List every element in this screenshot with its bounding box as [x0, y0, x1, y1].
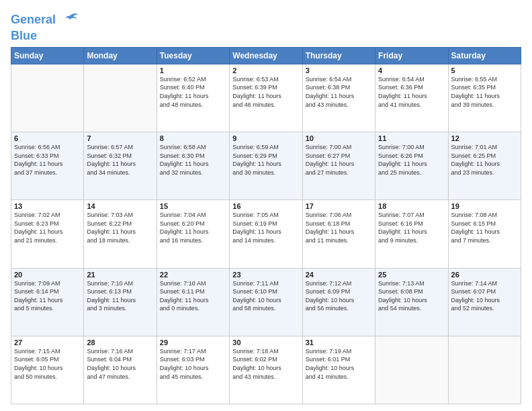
day-number: 7 [87, 134, 153, 142]
day-number: 20 [14, 271, 81, 279]
calendar-cell: 24Sunrise: 7:12 AM Sunset: 6:09 PM Dayli… [302, 268, 375, 336]
day-info: Sunrise: 7:09 AM Sunset: 6:14 PM Dayligh… [14, 279, 81, 313]
calendar-cell: 1Sunrise: 6:52 AM Sunset: 6:40 PM Daylig… [157, 64, 229, 132]
calendar-cell: 17Sunrise: 7:06 AM Sunset: 6:18 PM Dayli… [302, 200, 375, 268]
page: General Blue SundayMondayTuesdayWednesda… [0, 0, 532, 411]
day-info: Sunrise: 6:58 AM Sunset: 6:30 PM Dayligh… [160, 143, 226, 177]
day-info: Sunrise: 7:10 AM Sunset: 6:13 PM Dayligh… [87, 279, 153, 313]
calendar-cell: 31Sunrise: 7:19 AM Sunset: 6:01 PM Dayli… [302, 336, 375, 404]
day-info: Sunrise: 7:01 AM Sunset: 6:25 PM Dayligh… [451, 143, 518, 177]
calendar-cell: 3Sunrise: 6:54 AM Sunset: 6:38 PM Daylig… [302, 64, 375, 132]
calendar-cell: 5Sunrise: 6:55 AM Sunset: 6:35 PM Daylig… [448, 64, 521, 132]
day-number: 16 [232, 202, 299, 210]
day-info: Sunrise: 7:02 AM Sunset: 6:23 PM Dayligh… [14, 211, 81, 244]
weekday-header-tuesday: Tuesday [157, 47, 229, 64]
day-info: Sunrise: 6:54 AM Sunset: 6:38 PM Dayligh… [306, 75, 372, 109]
day-number: 26 [451, 271, 518, 279]
day-number: 21 [87, 271, 153, 279]
calendar-cell [375, 336, 448, 404]
day-number: 8 [160, 134, 226, 142]
day-number: 6 [14, 134, 81, 142]
calendar-cell: 6Sunrise: 6:56 AM Sunset: 6:33 PM Daylig… [11, 132, 84, 200]
logo: General Blue [11, 11, 79, 43]
day-number: 12 [451, 134, 518, 142]
day-info: Sunrise: 7:08 AM Sunset: 6:15 PM Dayligh… [451, 211, 518, 244]
day-number: 14 [87, 202, 153, 210]
calendar-cell: 30Sunrise: 7:18 AM Sunset: 6:02 PM Dayli… [230, 336, 302, 404]
day-info: Sunrise: 6:56 AM Sunset: 6:33 PM Dayligh… [14, 143, 81, 177]
logo-blue: Blue [11, 30, 79, 43]
week-row-3: 13Sunrise: 7:02 AM Sunset: 6:23 PM Dayli… [11, 200, 521, 268]
calendar-cell: 20Sunrise: 7:09 AM Sunset: 6:14 PM Dayli… [11, 268, 84, 336]
calendar-cell: 12Sunrise: 7:01 AM Sunset: 6:25 PM Dayli… [448, 132, 521, 200]
day-info: Sunrise: 7:07 AM Sunset: 6:16 PM Dayligh… [378, 211, 445, 244]
day-number: 1 [160, 66, 226, 75]
calendar-cell: 21Sunrise: 7:10 AM Sunset: 6:13 PM Dayli… [84, 268, 157, 336]
day-info: Sunrise: 7:19 AM Sunset: 6:01 PM Dayligh… [306, 347, 372, 381]
day-number: 3 [306, 66, 372, 75]
calendar-cell: 13Sunrise: 7:02 AM Sunset: 6:23 PM Dayli… [11, 200, 84, 268]
weekday-row: SundayMondayTuesdayWednesdayThursdayFrid… [11, 47, 521, 64]
calendar-cell [11, 64, 84, 132]
calendar-cell: 2Sunrise: 6:53 AM Sunset: 6:39 PM Daylig… [230, 64, 302, 132]
calendar-cell: 8Sunrise: 6:58 AM Sunset: 6:30 PM Daylig… [157, 132, 229, 200]
day-number: 22 [160, 271, 226, 279]
day-info: Sunrise: 7:14 AM Sunset: 6:07 PM Dayligh… [451, 279, 518, 313]
calendar-cell [448, 336, 521, 404]
calendar-cell: 4Sunrise: 6:54 AM Sunset: 6:36 PM Daylig… [375, 64, 448, 132]
day-info: Sunrise: 7:12 AM Sunset: 6:09 PM Dayligh… [306, 279, 372, 313]
calendar-cell: 22Sunrise: 7:10 AM Sunset: 6:11 PM Dayli… [157, 268, 229, 336]
day-info: Sunrise: 7:00 AM Sunset: 6:26 PM Dayligh… [378, 143, 445, 177]
day-info: Sunrise: 6:59 AM Sunset: 6:29 PM Dayligh… [232, 143, 299, 177]
day-number: 2 [232, 66, 299, 75]
day-number: 31 [306, 338, 372, 347]
calendar-cell: 11Sunrise: 7:00 AM Sunset: 6:26 PM Dayli… [375, 132, 448, 200]
calendar-cell: 10Sunrise: 7:00 AM Sunset: 6:27 PM Dayli… [302, 132, 375, 200]
day-info: Sunrise: 6:52 AM Sunset: 6:40 PM Dayligh… [160, 75, 226, 109]
day-info: Sunrise: 7:17 AM Sunset: 6:03 PM Dayligh… [160, 347, 226, 381]
week-row-1: 1Sunrise: 6:52 AM Sunset: 6:40 PM Daylig… [11, 64, 521, 132]
calendar-cell: 25Sunrise: 7:13 AM Sunset: 6:08 PM Dayli… [375, 268, 448, 336]
calendar-header: SundayMondayTuesdayWednesdayThursdayFrid… [11, 47, 521, 64]
calendar-table: SundayMondayTuesdayWednesdayThursdayFrid… [11, 47, 521, 404]
calendar-cell: 9Sunrise: 6:59 AM Sunset: 6:29 PM Daylig… [230, 132, 302, 200]
day-number: 4 [378, 66, 445, 75]
day-number: 10 [306, 134, 372, 142]
day-info: Sunrise: 7:00 AM Sunset: 6:27 PM Dayligh… [306, 143, 372, 177]
day-info: Sunrise: 7:10 AM Sunset: 6:11 PM Dayligh… [160, 279, 226, 313]
day-number: 13 [14, 202, 81, 210]
day-info: Sunrise: 7:05 AM Sunset: 6:19 PM Dayligh… [232, 211, 299, 244]
logo-bird-icon [60, 11, 79, 30]
weekday-header-thursday: Thursday [302, 47, 375, 64]
day-info: Sunrise: 6:53 AM Sunset: 6:39 PM Dayligh… [232, 75, 299, 109]
day-number: 15 [160, 202, 226, 210]
weekday-header-wednesday: Wednesday [230, 47, 302, 64]
day-info: Sunrise: 6:57 AM Sunset: 6:32 PM Dayligh… [87, 143, 153, 177]
day-number: 17 [306, 202, 372, 210]
day-info: Sunrise: 7:16 AM Sunset: 6:04 PM Dayligh… [87, 347, 153, 381]
day-info: Sunrise: 6:55 AM Sunset: 6:35 PM Dayligh… [451, 75, 518, 109]
calendar-cell: 14Sunrise: 7:03 AM Sunset: 6:22 PM Dayli… [84, 200, 157, 268]
week-row-4: 20Sunrise: 7:09 AM Sunset: 6:14 PM Dayli… [11, 268, 521, 336]
weekday-header-friday: Friday [375, 47, 448, 64]
day-info: Sunrise: 7:06 AM Sunset: 6:18 PM Dayligh… [306, 211, 372, 244]
day-info: Sunrise: 7:11 AM Sunset: 6:10 PM Dayligh… [232, 279, 299, 313]
day-info: Sunrise: 7:03 AM Sunset: 6:22 PM Dayligh… [87, 211, 153, 244]
calendar-cell: 18Sunrise: 7:07 AM Sunset: 6:16 PM Dayli… [375, 200, 448, 268]
day-number: 30 [232, 338, 299, 347]
day-info: Sunrise: 6:54 AM Sunset: 6:36 PM Dayligh… [378, 75, 445, 109]
weekday-header-monday: Monday [84, 47, 157, 64]
calendar-cell: 28Sunrise: 7:16 AM Sunset: 6:04 PM Dayli… [84, 336, 157, 404]
header: General Blue [11, 8, 521, 43]
logo-general: General [11, 13, 56, 26]
day-number: 11 [378, 134, 445, 142]
day-info: Sunrise: 7:15 AM Sunset: 6:05 PM Dayligh… [14, 347, 81, 381]
day-info: Sunrise: 7:13 AM Sunset: 6:08 PM Dayligh… [378, 279, 445, 313]
calendar-body: 1Sunrise: 6:52 AM Sunset: 6:40 PM Daylig… [11, 64, 521, 404]
day-number: 9 [232, 134, 299, 142]
weekday-header-saturday: Saturday [448, 47, 521, 64]
calendar-cell: 29Sunrise: 7:17 AM Sunset: 6:03 PM Dayli… [157, 336, 229, 404]
day-number: 5 [451, 66, 518, 75]
week-row-5: 27Sunrise: 7:15 AM Sunset: 6:05 PM Dayli… [11, 336, 521, 404]
day-number: 19 [451, 202, 518, 210]
